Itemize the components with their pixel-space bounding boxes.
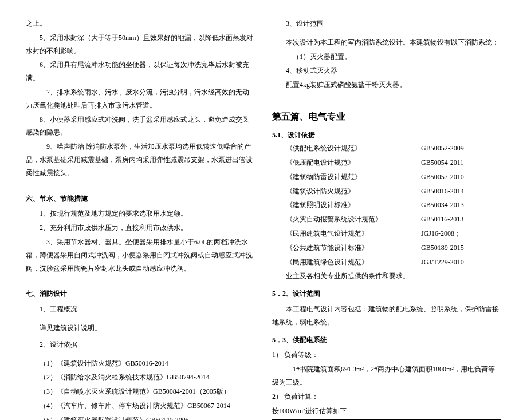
- text-line: （1）灭火器配置。: [272, 50, 501, 64]
- spec-code: GB50052-2009: [421, 142, 501, 155]
- text-line: 3、设计范围: [272, 17, 501, 30]
- spec-code: JGJ/T229-2010: [421, 256, 501, 269]
- spec-row: 《建筑照明设计标准》 GB50034-2013: [272, 199, 501, 212]
- spec-line: （1）《建筑设计防火规范》GB50016-2014: [26, 357, 255, 370]
- spec-name: 《火灾自动报警系统设计规范》: [272, 213, 421, 226]
- spec-name: 《供配电系统设计规范》: [272, 142, 421, 155]
- spec-line: （4）《汽车库、修车库、停车场设计防火规范》GB50067-2014: [26, 399, 255, 413]
- text-line: 之上。: [26, 17, 255, 30]
- section-5-1-title: 5.1、设计依据: [272, 129, 501, 142]
- spec-code: GB50016-2014: [421, 185, 501, 198]
- text-line: 4、移动式灭火器: [272, 64, 501, 77]
- section-7-title: 七、消防设计: [26, 287, 255, 300]
- text-line: 7、排水系统雨水、污水、废水分流，污浊分明，污水经高效的无动力厌氧化粪池处理后再…: [26, 86, 255, 112]
- spec-code: GB50116-2013: [421, 213, 501, 226]
- text-line: 2） 负荷计算：: [272, 390, 501, 403]
- text-line: 2、充分利用市政供水压力，直接利用市政供水。: [26, 221, 255, 235]
- text-span: 7、排水系统雨水、污水、废水分流，污浊分明，污水经高效的无动力厌氧化粪池处理后再…: [26, 88, 249, 109]
- text-line: 本次设计为本工程的室内消防系统设计。本建筑物设有以下消防系统：: [272, 36, 501, 49]
- text-line: 3、采用节水器材、器具。坐便器采用排水量小于6.0L的两档冲洗水箱，蹲便器采用自…: [26, 236, 255, 275]
- section-5-2-title: 5．2、设计范围: [272, 287, 501, 300]
- spec-name: 《低压配电设计规范》: [272, 156, 421, 169]
- spec-code: GB50057-2010: [421, 171, 501, 184]
- spec-row: 《公共建筑节能设计标准》 GB50189-2015: [272, 241, 501, 255]
- spec-row: 《民用建筑绿色设计规范》 JGJ/T229-2010: [272, 256, 501, 269]
- spec-row: 《建筑物防雷设计规范》 GB50057-2010: [272, 171, 501, 184]
- spec-line: （3）《自动喷水灭火系统设计规范》GB50084-2001（2005版）: [26, 385, 255, 398]
- text-line: 1） 负荷等级：: [272, 348, 501, 362]
- text-line: 1#书院建筑面积691.3m²，2#商办中心建筑面积1800m²，用电负荷等级为…: [272, 363, 501, 389]
- text-line: 按100W/m²进行估算如下: [272, 405, 501, 418]
- spec-row: 《建筑设计防火规范》 GB50016-2014: [272, 185, 501, 198]
- text-line: 2、设计依据: [26, 338, 255, 351]
- spec-line: （2）《消防给水及消火栓系统技术规范》GB50794-2014: [26, 371, 255, 384]
- spec-row: 《供配电系统设计规范》 GB50052-2009: [272, 142, 501, 155]
- text-line: 配置4kg装贮压式磷酸氨盐干粉灭火器。: [272, 78, 501, 92]
- section-6-title: 六、节水、节能措施: [26, 192, 255, 205]
- spec-row: 《火灾自动报警系统设计规范》 GB50116-2013: [272, 213, 501, 226]
- text-line: 本工程电气设计内容包括：建筑物的配电系统、照明系统，保护防雷接地系统，弱电系统。: [272, 303, 501, 329]
- text-line: 5、采用水封深（大于等于50mm）且效果好的地漏，以降低水面蒸发对水封的不利影响…: [26, 31, 255, 58]
- chapter-5-title: 第五篇、电气专业: [272, 108, 501, 125]
- text-line: 6、采用具有尾流冲水功能的坐便器，以保证每次冲洗完毕后水封被充满。: [26, 58, 255, 85]
- right-column: 3、设计范围 本次设计为本工程的室内消防系统设计。本建筑物设有以下消防系统： （…: [264, 17, 516, 403]
- spec-row: 《民用建筑电气设计规范》 JGJ16-2008；: [272, 227, 501, 240]
- text-line: 业主及各相关专业所提供的条件和要求。: [272, 270, 501, 283]
- spec-row: 《低压配电设计规范》 GB50054-2011: [272, 156, 501, 169]
- spec-code: JGJ16-2008；: [421, 227, 501, 240]
- spec-code: GB50189-2015: [421, 241, 501, 255]
- text-line: 9、噪声防治 除消防水泵外，生活加压水泵均选用低转速低噪音的产品，水泵基础采用减…: [26, 140, 255, 179]
- section-5-3-title: 5．3、供配电系统: [272, 334, 501, 347]
- spec-name: 《民用建筑电气设计规范》: [272, 227, 421, 240]
- spec-name: 《建筑设计防火规范》: [272, 185, 421, 198]
- spec-name: 《建筑照明设计标准》: [272, 199, 421, 212]
- spec-name: 《公共建筑节能设计标准》: [272, 241, 421, 255]
- spec-line: （5）《建筑灭火器配置设计规范》GB50140-2005: [26, 414, 255, 420]
- spec-code: GB50054-2011: [421, 156, 501, 169]
- text-line: 8、小便器采用感应式冲洗阀，洗手盆采用感应式龙头，避免造成交叉感染的隐患。: [26, 113, 255, 140]
- left-column: 之上。 5、采用水封深（大于等于50mm）且效果好的地漏，以降低水面蒸发对水封的…: [11, 17, 264, 403]
- text-span: 3、采用节水器材、器具。坐便器采用排水量小于6.0L的两档冲洗水箱，蹲便器采用自…: [26, 238, 253, 272]
- text-line: 详见建筑设计说明。: [26, 322, 255, 335]
- text-span: 9、噪声防治 除消防水泵外，生活加压水泵均选用低转速低噪音的产品，水泵基础采用减…: [26, 142, 253, 177]
- text-line: 1、按现行规范及地方规定的要求选取用水定额。: [26, 207, 255, 220]
- text-line: 1、工程概况: [26, 303, 255, 316]
- spec-code: GB50034-2013: [421, 199, 501, 212]
- spec-name: 《民用建筑绿色设计规范》: [272, 256, 421, 269]
- spec-name: 《建筑物防雷设计规范》: [272, 171, 421, 184]
